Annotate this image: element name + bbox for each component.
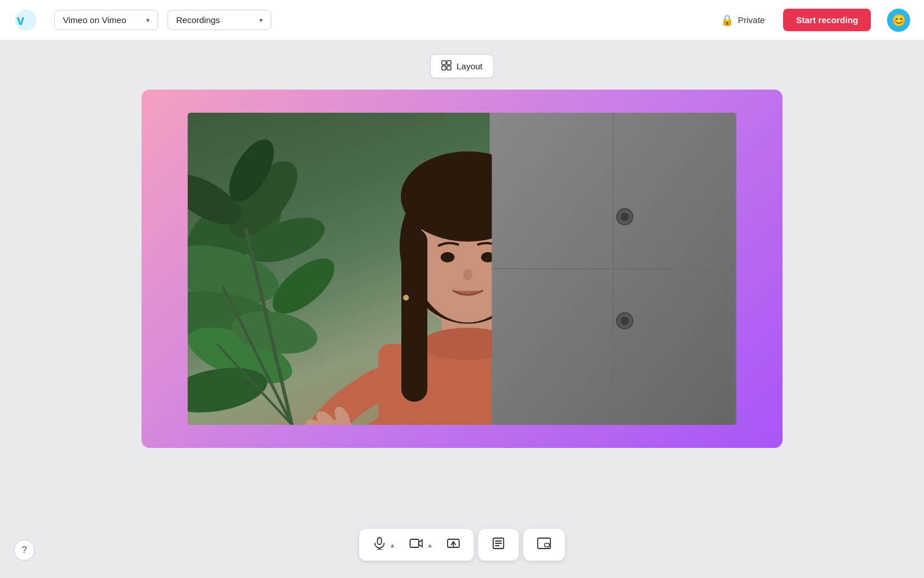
recordings-chevron-icon: ▾: [259, 16, 263, 24]
present-icon: [447, 537, 460, 553]
vimeo-logo-icon: v: [14, 8, 38, 32]
video-icon: [409, 537, 423, 553]
workspace-chevron-icon: ▾: [146, 16, 150, 24]
avatar[interactable]: 😊: [887, 9, 910, 32]
present-button[interactable]: [442, 533, 464, 556]
workspace-dropdown[interactable]: Vimeo on Vimeo ▾: [54, 10, 158, 30]
bottom-toolbar: ▲ ▲: [359, 529, 565, 561]
svg-text:v: v: [17, 12, 24, 27]
recordings-dropdown[interactable]: Recordings ▾: [167, 10, 271, 30]
svg-rect-5: [447, 66, 451, 70]
svg-point-41: [403, 295, 409, 301]
media-controls-group: ▲ ▲: [359, 529, 474, 561]
notes-icon: [492, 537, 505, 553]
mic-icon: [373, 537, 386, 553]
mic-button[interactable]: ▲: [368, 533, 400, 556]
start-recording-button[interactable]: Start recording: [783, 9, 871, 31]
svg-point-47: [620, 317, 628, 325]
notes-group: [478, 529, 519, 561]
svg-rect-3: [447, 61, 451, 65]
svg-rect-61: [545, 543, 549, 547]
svg-rect-4: [442, 66, 446, 70]
wall-detail-svg: [490, 113, 737, 425]
main-content: Layout: [0, 40, 924, 578]
header: v Vimeo on Vimeo ▾ Recordings ▾ 🔒 Privat…: [0, 0, 924, 40]
video-scene: [188, 113, 736, 425]
mic-caret-icon: ▲: [389, 542, 396, 549]
video-frame: [141, 90, 783, 448]
workspace-dropdown-label: Vimeo on Vimeo: [63, 15, 126, 25]
svg-rect-2: [442, 61, 446, 65]
pip-button[interactable]: [532, 533, 556, 556]
svg-rect-27: [401, 228, 427, 402]
recordings-dropdown-label: Recordings: [176, 15, 220, 25]
privacy-area: 🔒 Private: [721, 14, 765, 27]
help-button[interactable]: ?: [14, 540, 35, 561]
svg-point-30: [441, 252, 454, 262]
video-caret-icon: ▲: [427, 542, 433, 549]
layout-button[interactable]: Layout: [430, 54, 493, 78]
svg-point-32: [463, 269, 472, 280]
svg-point-45: [620, 213, 628, 221]
pip-group: [523, 529, 565, 561]
help-icon: ?: [22, 545, 27, 555]
notes-button[interactable]: [487, 533, 509, 556]
privacy-label: Private: [738, 15, 765, 25]
avatar-icon: 😊: [892, 13, 906, 27]
layout-label: Layout: [456, 61, 482, 71]
logo: v: [14, 8, 38, 32]
pip-icon: [537, 537, 551, 553]
lock-icon: 🔒: [721, 14, 733, 27]
svg-rect-50: [378, 538, 382, 544]
video-button[interactable]: ▲: [405, 533, 438, 556]
svg-rect-53: [410, 539, 419, 547]
layout-icon: [441, 60, 452, 72]
video-preview: [188, 113, 736, 425]
